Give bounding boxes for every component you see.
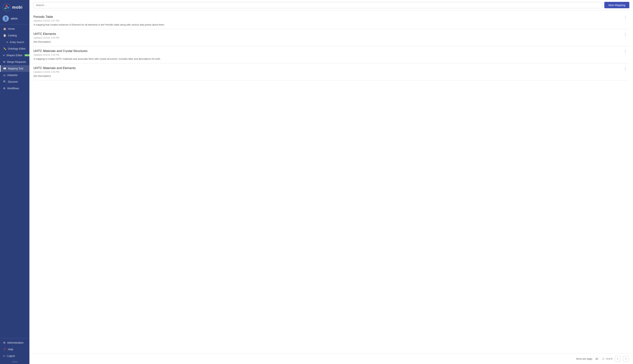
sidebar-item-home[interactable]: 🏠 Home (0, 26, 30, 32)
mapping-description: A mapping to create UHTC materials and a… (34, 58, 628, 60)
mapping-description: (No Description) (34, 74, 628, 77)
shapes-editor-icon: ≡ (3, 54, 5, 57)
catalog-icon: 📋 (3, 34, 6, 37)
sidebar-bottom: ⚙ Administration ❓ Help ↩ Logout v4.0.0 (0, 338, 30, 364)
mapping-menu-button[interactable]: ⋮ (622, 66, 628, 71)
new-mapping-button[interactable]: New Mapping (604, 2, 629, 8)
sidebar-item-workflows[interactable]: ⚙ Workflows (0, 85, 30, 92)
mapping-updated: Updated 1/14/19, 5:46 PM (34, 71, 628, 73)
main-content: New Mapping Periodic Table Updated 1/14/… (30, 0, 633, 364)
sidebar: mobi 👤 admin 🏠 Home 📋 Catalog ↪ Entity S… (0, 0, 30, 364)
svg-point-0 (3, 4, 11, 11)
sidebar-item-help-label: Help (8, 348, 13, 351)
logo-text: mobi (12, 5, 23, 10)
svg-point-4 (6, 5, 8, 7)
help-icon: ❓ (3, 348, 6, 351)
sidebar-item-catalog[interactable]: 📋 Catalog (0, 32, 30, 39)
avatar: 👤 (3, 16, 9, 22)
mapping-updated: Updated 1/14/19, 5:45 PM (34, 36, 628, 39)
mapping-updated: Updated 1/14/19, 5:47 PM (34, 20, 628, 22)
search-input[interactable] (33, 2, 602, 8)
logout-icon: ↩ (3, 354, 5, 358)
sidebar-item-logout[interactable]: ↩ Logout (0, 352, 30, 359)
sidebar-item-datasets[interactable]: 🗂 Datasets (0, 72, 30, 78)
sidebar-item-administration[interactable]: ⚙ Administration (0, 340, 30, 346)
sidebar-nav: 🏠 Home 📋 Catalog ↪ Entity Search ✏️ Onto… (0, 26, 30, 92)
sidebar-item-merge-requests[interactable]: ✉ Merge Requests (0, 58, 30, 65)
sidebar-item-shapes-editor-label: Shapes Editor (6, 54, 23, 57)
sidebar-item-mapping-tool-label: Mapping Tool (8, 67, 23, 70)
pagination-next-button[interactable]: › (623, 356, 628, 362)
sidebar-item-workflows-label: Workflows (7, 87, 19, 90)
mapping-title: UHTC Materials and Elements (34, 66, 628, 70)
mappings-list: Periodic Table Updated 1/14/19, 5:47 PM … (30, 10, 633, 353)
mapping-title: UHTC Materials and Crystal Structures (34, 49, 628, 53)
mapping-menu-button[interactable]: ⋮ (622, 49, 628, 54)
administration-icon: ⚙ (3, 341, 6, 344)
sidebar-item-discover[interactable]: 🔍 Discover (0, 78, 30, 85)
version-text: v4.0.0 (0, 359, 30, 364)
sidebar-logo: mobi (0, 0, 30, 14)
sidebar-item-home-label: Home (8, 27, 15, 30)
ontology-editor-icon: ✏️ (3, 47, 6, 50)
mapping-item: UHTC Materials and Crystal Structures Up… (33, 46, 629, 63)
username: admin (11, 17, 18, 20)
topbar: New Mapping (30, 0, 633, 10)
mobi-logo-icon (3, 3, 11, 12)
mapping-title: Periodic Table (34, 15, 628, 19)
sidebar-item-entity-search-label: Entity Search (10, 41, 24, 44)
mapping-tool-icon: 📖 (3, 67, 6, 70)
datasets-icon: 🗂 (3, 74, 6, 76)
discover-icon: 🔍 (3, 80, 6, 83)
pagination-range: 1 – 4 of 4 (602, 358, 612, 360)
sidebar-item-catalog-label: Catalog (8, 34, 17, 37)
sidebar-item-entity-search[interactable]: ↪ Entity Search (0, 39, 30, 45)
mapping-updated: Updated 1/14/19, 5:44 PM (34, 54, 628, 56)
sidebar-item-logout-label: Logout (7, 354, 15, 358)
mapping-item: UHTC Elements Updated 1/14/19, 5:45 PM (… (33, 29, 629, 46)
svg-point-6 (5, 8, 6, 9)
sidebar-item-shapes-editor[interactable]: ≡ Shapes Editor BETA (0, 52, 30, 58)
mapping-item: Periodic Table Updated 1/14/19, 5:47 PM … (33, 12, 629, 29)
sidebar-item-ontology-editor[interactable]: ✏️ Ontology Editor (0, 45, 30, 52)
mapping-item: UHTC Materials and Elements Updated 1/14… (33, 63, 629, 80)
sidebar-item-administration-label: Administration (7, 341, 24, 344)
workflows-icon: ⚙ (3, 87, 6, 90)
pagination: Items per page: 10 1 – 4 of 4 ‹ › (30, 353, 633, 364)
merge-requests-icon: ✉ (3, 60, 5, 63)
sidebar-item-datasets-label: Datasets (7, 74, 18, 76)
sidebar-item-ontology-editor-label: Ontology Editor (8, 47, 26, 50)
sidebar-item-mapping-tool[interactable]: 📖 Mapping Tool (0, 65, 30, 72)
mapping-menu-button[interactable]: ⋮ (622, 15, 628, 20)
sidebar-item-help[interactable]: ❓ Help (0, 346, 30, 352)
items-per-page-label: Items per page: (576, 358, 593, 360)
home-icon: 🏠 (3, 27, 6, 30)
sidebar-item-discover-label: Discover (8, 80, 18, 83)
svg-point-5 (8, 7, 9, 8)
mapping-description: (No Description) (34, 40, 628, 43)
mapping-title: UHTC Elements (34, 32, 628, 36)
sidebar-user: 👤 admin (0, 14, 30, 24)
items-per-page-value: 10 (595, 358, 598, 360)
entity-search-icon: ↪ (6, 40, 8, 44)
pagination-prev-button[interactable]: ‹ (615, 356, 620, 362)
mapping-description: A mapping that creates instances of Elem… (34, 23, 628, 26)
sidebar-item-merge-requests-label: Merge Requests (7, 60, 26, 63)
beta-badge: BETA (25, 54, 30, 56)
mapping-menu-button[interactable]: ⋮ (622, 32, 628, 36)
